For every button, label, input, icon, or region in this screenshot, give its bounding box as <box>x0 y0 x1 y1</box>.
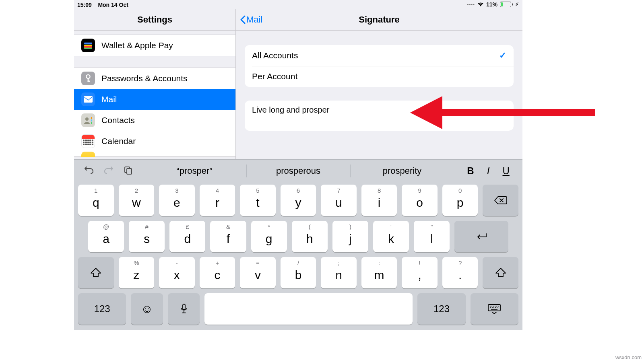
emoji-key[interactable]: ☺ <box>131 293 163 325</box>
key-k[interactable]: 'k <box>373 221 409 252</box>
key-alt: = <box>256 259 260 266</box>
suggestion-1[interactable]: “prosper” <box>142 160 246 182</box>
settings-row-label: Mail <box>101 95 117 104</box>
key-l[interactable]: "l <box>414 221 450 252</box>
key-alt: 7 <box>337 187 340 194</box>
key-i[interactable]: 8i <box>361 185 397 216</box>
key-n[interactable]: ;n <box>321 257 357 288</box>
key-g[interactable]: *g <box>251 221 287 252</box>
key-alt: : <box>378 259 380 266</box>
key-w[interactable]: 2w <box>119 185 155 216</box>
key-,[interactable]: !, <box>402 257 438 288</box>
key-alt: ( <box>309 223 311 230</box>
key-alt: 1 <box>94 187 97 194</box>
key-b[interactable]: /b <box>281 257 316 288</box>
svg-rect-7 <box>84 96 93 103</box>
key-u[interactable]: 7u <box>321 185 357 216</box>
return-key[interactable] <box>454 221 508 252</box>
settings-row-mail[interactable]: Mail <box>74 89 235 110</box>
option-all-accounts[interactable]: All Accounts ✓ <box>245 45 514 66</box>
keyboard-suggestions: “prosper” prosperous prosperity <box>142 160 454 182</box>
key-main: u <box>335 196 342 210</box>
settings-row-label: Contacts <box>101 115 135 125</box>
watermark: wsxdn.com <box>615 354 642 360</box>
key-s[interactable]: #s <box>129 221 165 252</box>
key-e[interactable]: 3e <box>159 185 195 216</box>
key-y[interactable]: 6y <box>281 185 316 216</box>
wallet-icon <box>81 39 95 52</box>
key-t[interactable]: 5t <box>240 185 276 216</box>
undo-button[interactable] <box>84 167 94 175</box>
shift-key[interactable] <box>483 257 518 288</box>
key-a[interactable]: @a <box>88 221 124 252</box>
key-d[interactable]: £d <box>169 221 205 252</box>
underline-button[interactable]: U <box>502 165 509 177</box>
space-key[interactable] <box>204 293 413 325</box>
shift-key[interactable] <box>78 257 114 288</box>
key-o[interactable]: 9o <box>402 185 438 216</box>
key-main: p <box>457 196 464 210</box>
dismiss-keyboard-key[interactable] <box>471 293 518 325</box>
settings-header: Settings <box>74 9 235 31</box>
key-alt: ' <box>390 223 392 230</box>
status-time: 15:09 <box>77 2 92 8</box>
key-.[interactable]: ?. <box>442 257 478 288</box>
svg-rect-16 <box>183 304 185 310</box>
key-x[interactable]: -x <box>159 257 195 288</box>
settings-row-notes-partial[interactable] <box>74 152 235 156</box>
keyboard-row-3: %z-x+c=v/b;n:m!,?. <box>78 257 518 288</box>
mail-icon <box>81 93 95 106</box>
settings-row-passwords[interactable]: Passwords & Accounts <box>74 68 235 89</box>
key-alt: 5 <box>256 187 259 194</box>
battery-icon <box>500 2 513 7</box>
dictation-key[interactable] <box>168 293 200 325</box>
backspace-icon <box>494 195 508 205</box>
keyboard-row-2: @a#s£d&f*g(h)j'k"l <box>78 221 518 252</box>
suggestion-3[interactable]: prosperity <box>350 160 454 182</box>
key-c[interactable]: +c <box>200 257 235 288</box>
onscreen-keyboard: “prosper” prosperous prosperity B I U 1q… <box>74 159 522 330</box>
cellular-dots-icon: •••• <box>467 2 475 7</box>
key-alt: ; <box>338 259 339 266</box>
svg-point-4 <box>86 75 90 78</box>
key-q[interactable]: 1q <box>78 185 114 216</box>
settings-row-contacts[interactable]: Contacts <box>74 110 235 131</box>
settings-row-wallet[interactable]: Wallet & Apple Pay <box>74 35 235 56</box>
key-alt: 4 <box>216 187 219 194</box>
key-z[interactable]: %z <box>119 257 155 288</box>
option-per-account[interactable]: Per Account <box>245 66 514 87</box>
key-main: m <box>374 268 384 282</box>
key-v[interactable]: =v <box>240 257 276 288</box>
key-alt: + <box>216 259 219 266</box>
settings-row-label: Wallet & Apple Pay <box>101 41 173 50</box>
italic-button[interactable]: I <box>487 165 490 177</box>
shift-icon <box>90 267 101 278</box>
backspace-key[interactable] <box>483 185 518 216</box>
key-h[interactable]: (h <box>292 221 328 252</box>
redo-button[interactable] <box>104 167 114 175</box>
keyboard-format: B I U <box>454 160 522 182</box>
settings-group-accounts: Passwords & Accounts Mail Contacts <box>74 68 235 157</box>
key-f[interactable]: &f <box>210 221 246 252</box>
clipboard-button[interactable] <box>124 166 132 176</box>
numbers-key-left[interactable]: 123 <box>78 293 126 325</box>
key-alt: 6 <box>297 187 300 194</box>
battery-percent: 11% <box>486 1 497 8</box>
svg-rect-3 <box>84 46 92 48</box>
signature-editor[interactable]: Live long and prosper <box>245 101 514 131</box>
key-alt: ) <box>349 223 351 230</box>
option-label: Per Account <box>252 72 297 81</box>
keyboard-dismiss-icon <box>487 304 501 314</box>
bold-button[interactable]: B <box>467 165 474 177</box>
svg-rect-0 <box>84 43 92 45</box>
key-p[interactable]: 0p <box>442 185 478 216</box>
key-m[interactable]: :m <box>361 257 397 288</box>
key-alt: * <box>268 223 270 230</box>
key-alt: 8 <box>378 187 381 194</box>
key-j[interactable]: )j <box>332 221 368 252</box>
settings-row-calendar[interactable]: Calendar <box>74 131 235 152</box>
numbers-key-right[interactable]: 123 <box>417 293 465 325</box>
key-r[interactable]: 4r <box>200 185 235 216</box>
key-main: t <box>256 196 259 210</box>
suggestion-2[interactable]: prosperous <box>246 160 350 182</box>
